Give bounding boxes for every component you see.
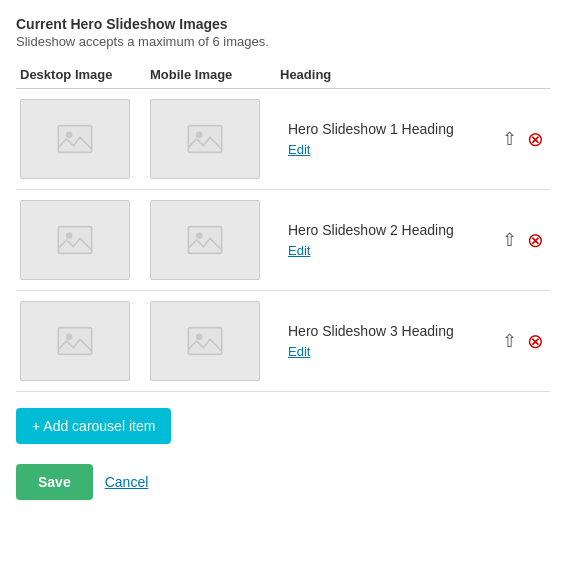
- up-arrow-button-2[interactable]: ⇧: [500, 229, 519, 251]
- row-actions-1: ⇧ ⊗: [492, 127, 546, 151]
- heading-text-2: Hero Slideshow 2 Heading: [288, 222, 492, 238]
- table-header: Desktop Image Mobile Image Heading: [16, 61, 550, 89]
- mobile-image-2: [150, 200, 260, 280]
- edit-link-2[interactable]: Edit: [288, 243, 310, 258]
- header-desktop: Desktop Image: [20, 67, 150, 82]
- page-subtitle: Slideshow accepts a maximum of 6 images.: [16, 34, 550, 49]
- svg-point-11: [196, 334, 203, 341]
- table-row: Hero Slideshow 1 Heading Edit ⇧ ⊗: [16, 89, 550, 190]
- svg-point-9: [66, 334, 73, 341]
- svg-rect-8: [58, 328, 91, 355]
- up-arrow-button-1[interactable]: ⇧: [500, 128, 519, 150]
- add-carousel-button[interactable]: + Add carousel item: [16, 408, 171, 444]
- row-actions-3: ⇧ ⊗: [492, 329, 546, 353]
- svg-point-1: [66, 132, 73, 139]
- svg-rect-2: [188, 126, 221, 153]
- svg-point-7: [196, 233, 203, 240]
- page-title: Current Hero Slideshow Images: [16, 16, 550, 32]
- svg-rect-0: [58, 126, 91, 153]
- svg-rect-4: [58, 227, 91, 254]
- heading-cell-2: Hero Slideshow 2 Heading Edit: [280, 222, 492, 258]
- table-row: Hero Slideshow 3 Heading Edit ⇧ ⊗: [16, 291, 550, 392]
- svg-rect-6: [188, 227, 221, 254]
- table-row: Hero Slideshow 2 Heading Edit ⇧ ⊗: [16, 190, 550, 291]
- header-heading: Heading: [280, 67, 546, 82]
- save-button[interactable]: Save: [16, 464, 93, 500]
- mobile-image-1: [150, 99, 260, 179]
- mobile-image-3: [150, 301, 260, 381]
- svg-point-3: [196, 132, 203, 139]
- svg-point-5: [66, 233, 73, 240]
- row-actions-2: ⇧ ⊗: [492, 228, 546, 252]
- desktop-image-3: [20, 301, 130, 381]
- heading-cell-1: Hero Slideshow 1 Heading Edit: [280, 121, 492, 157]
- heading-cell-3: Hero Slideshow 3 Heading Edit: [280, 323, 492, 359]
- edit-link-1[interactable]: Edit: [288, 142, 310, 157]
- desktop-image-2: [20, 200, 130, 280]
- cancel-link[interactable]: Cancel: [105, 474, 149, 490]
- heading-text-3: Hero Slideshow 3 Heading: [288, 323, 492, 339]
- edit-link-3[interactable]: Edit: [288, 344, 310, 359]
- remove-button-3[interactable]: ⊗: [525, 329, 546, 353]
- svg-rect-10: [188, 328, 221, 355]
- remove-button-1[interactable]: ⊗: [525, 127, 546, 151]
- desktop-image-1: [20, 99, 130, 179]
- header-mobile: Mobile Image: [150, 67, 280, 82]
- up-arrow-button-3[interactable]: ⇧: [500, 330, 519, 352]
- footer-actions: Save Cancel: [16, 464, 550, 500]
- heading-text-1: Hero Slideshow 1 Heading: [288, 121, 492, 137]
- remove-button-2[interactable]: ⊗: [525, 228, 546, 252]
